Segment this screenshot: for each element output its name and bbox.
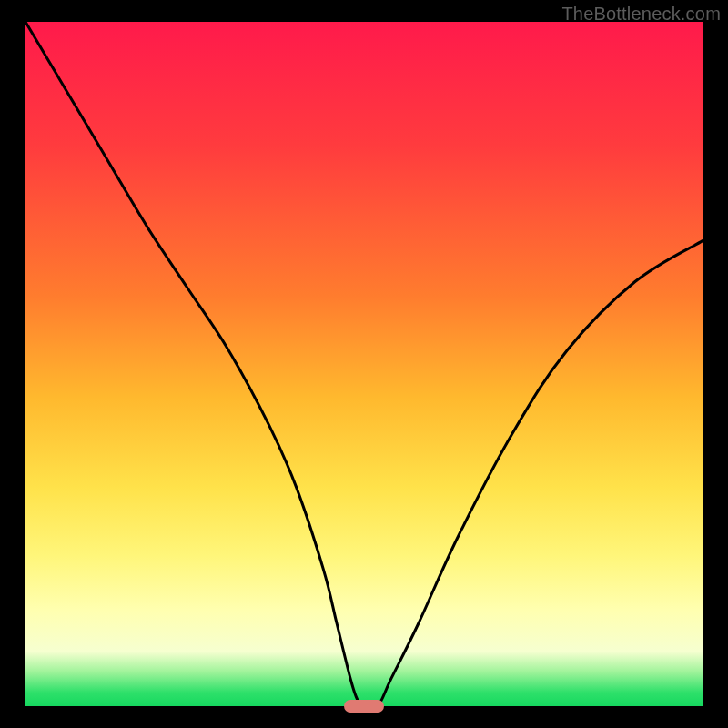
chart-frame: TheBottleneck.com bbox=[0, 0, 728, 728]
chart-plot-area bbox=[25, 22, 703, 706]
bottleneck-curve bbox=[25, 22, 703, 706]
curve-path bbox=[25, 22, 703, 709]
zero-bottleneck-marker bbox=[344, 700, 384, 713]
watermark-text: TheBottleneck.com bbox=[561, 4, 721, 25]
